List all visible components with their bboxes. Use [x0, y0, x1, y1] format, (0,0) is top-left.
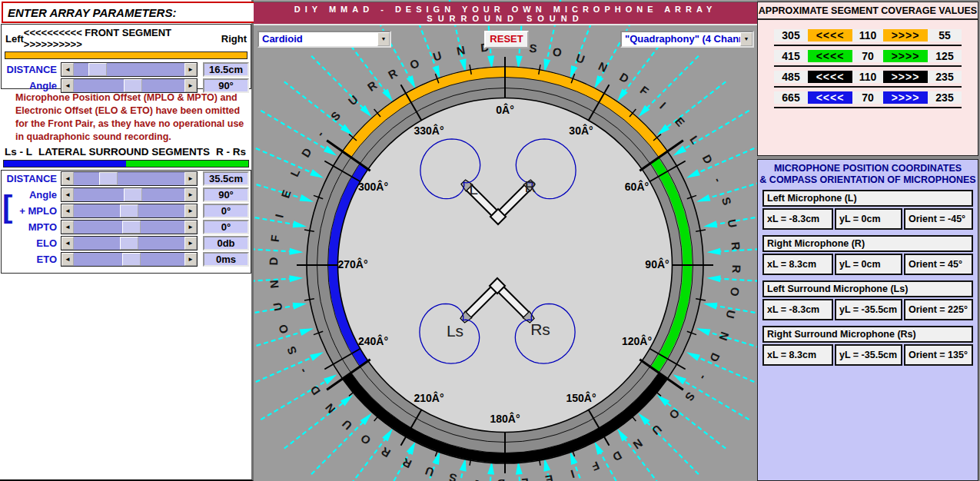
panel-title-text: ENTER ARRAY PARAMETERS: [8, 6, 176, 19]
omission-note: Microphone Position Offset (MPLO & MPTO)… [15, 91, 249, 144]
slider-left-arrow-button[interactable]: ◄ [61, 172, 74, 185]
slider-left-arrow-button[interactable]: ◄ [61, 63, 74, 76]
slider-track[interactable] [74, 221, 184, 234]
lateral-slider[interactable]: ◄► [61, 252, 198, 267]
lateral-slider-value: 0° [203, 220, 249, 234]
slider-thumb[interactable] [99, 172, 118, 185]
slider-thumb[interactable] [124, 79, 142, 92]
reset-button[interactable]: RESET [484, 31, 529, 48]
lateral-slider-value: 0ms [203, 252, 249, 267]
lateral-slider[interactable]: ◄► [61, 236, 198, 250]
left-chevrons: <<<< [808, 29, 852, 41]
note-line: in quadraphonic sound recording. [15, 131, 249, 144]
microphone-values: xL = 8.3cmyL = 0cmOrient = 45° [762, 254, 973, 275]
svg-text:120Â°: 120Â° [622, 334, 652, 347]
slider-track[interactable] [74, 204, 184, 217]
polar-pattern-select[interactable]: Cardioid ▼ [257, 31, 391, 48]
microphone-table: Right Surround Microphone (Rs)xL = 8.3cm… [762, 326, 973, 366]
slider-thumb[interactable] [120, 204, 138, 217]
slider-track[interactable] [74, 79, 184, 92]
mic-orientation: Orient = 45° [904, 254, 973, 275]
mic-label: Rs [530, 320, 550, 338]
slider-right-arrow-button[interactable]: ► [184, 204, 197, 217]
svg-text:S: S [529, 41, 538, 55]
lateral-segments-header: Ls - L LATERAL SURROUND SEGMENTS R - Rs [0, 146, 251, 158]
slider-right-arrow-button[interactable]: ► [184, 221, 197, 234]
microphone-tables: Left Microphone (L)xL = -8.3cmyL = 0cmOr… [758, 190, 978, 366]
slider-track[interactable] [74, 188, 184, 201]
banner-title: DIY MMAD - DESIGN YOUR OWN MICROPHONE AR… [254, 5, 757, 14]
front-distance-label: DISTANCE [2, 64, 61, 75]
lateral-slider[interactable]: ◄► [61, 171, 198, 186]
mic-orientation: Orient = -45° [904, 208, 973, 230]
lateral-slider[interactable]: ◄► [61, 220, 198, 234]
svg-text:N: N [267, 280, 281, 289]
slider-left-arrow-button[interactable]: ◄ [61, 204, 74, 217]
coordinates-panel: MICROPHONE POSITION COORDINATES & COMPAS… [757, 159, 978, 481]
slider-thumb[interactable] [88, 63, 107, 76]
channel-mode-value: "Quadraphony" (4 Channels [625, 33, 754, 45]
slider-thumb[interactable] [122, 253, 141, 266]
dropdown-arrow-icon[interactable]: ▼ [740, 32, 752, 46]
lateral-slider-row: ELO◄►0db [2, 235, 251, 251]
slider-track[interactable] [74, 63, 184, 76]
slider-right-arrow-button[interactable]: ► [184, 188, 197, 201]
front-distance-slider[interactable]: ◄ ► [61, 62, 198, 77]
lateral-segment-color-bar [3, 160, 249, 168]
segment-start: 415 [774, 50, 808, 62]
lateral-slider-value: 35.5cm [203, 171, 249, 186]
coordinates-title-line2: & COMPASS ORIENTATION OF MICROPHONES [758, 174, 978, 186]
segment-start: 305 [774, 29, 808, 41]
slider-left-arrow-button[interactable]: ◄ [61, 237, 74, 250]
mic-x-coordinate: xL = -8.3cm [762, 299, 833, 320]
svg-text:D: D [267, 257, 280, 265]
lateral-slider[interactable]: ◄► [61, 187, 198, 202]
slider-right-arrow-button[interactable]: ► [184, 237, 197, 250]
mic-label: R [524, 177, 536, 195]
microphone-table: Left Surround Microphone (Ls)xL = -8.3cm… [762, 280, 973, 320]
slider-left-arrow-button[interactable]: ◄ [61, 221, 74, 234]
coverage-row: 305<<<<110>>>>55 [774, 25, 962, 46]
lateral-slider-row: + MPLO◄►0° [2, 203, 251, 219]
svg-text:0Â°: 0Â° [496, 103, 514, 116]
segment-span: 110 [852, 71, 883, 83]
slider-thumb[interactable] [124, 188, 142, 201]
right-chevrons: >>>> [883, 91, 928, 104]
slider-right-arrow-button[interactable]: ► [184, 63, 197, 76]
slider-right-arrow-button[interactable]: ► [184, 172, 197, 185]
lateral-slider-value: 0° [203, 204, 249, 218]
slider-thumb[interactable] [122, 221, 141, 234]
slider-left-arrow-button[interactable]: ◄ [61, 253, 74, 266]
segment-end: 235 [928, 91, 962, 104]
svg-text:L: L [521, 476, 530, 481]
panel-title: ENTER ARRAY PARAMETERS: [2, 2, 255, 23]
segment-span: 110 [852, 29, 883, 41]
right-chevrons: >>>> [883, 71, 928, 83]
slider-left-arrow-button[interactable]: ◄ [61, 188, 74, 201]
coverage-title: APPROXIMATE SEGMENT COVERAGE VALUES [758, 2, 978, 20]
microphone-name: Right Surround Microphone (Rs) [762, 326, 973, 343]
svg-text:E: E [544, 473, 554, 481]
segment-end: 125 [928, 50, 962, 62]
slider-track[interactable] [74, 237, 184, 250]
dropdown-arrow-icon[interactable]: ▼ [377, 32, 390, 46]
slider-track[interactable] [74, 253, 184, 266]
slider-thumb[interactable] [120, 237, 138, 250]
readout-panel: APPROXIMATE SEGMENT COVERAGE VALUES 305<… [757, 0, 980, 481]
microphone-values: xL = -8.3cmyL = 0cmOrient = -45° [762, 208, 973, 230]
note-line: for the Front Pair, as they have no oper… [15, 118, 249, 131]
note-line: Microphone Position Offset (MPLO & MPTO)… [15, 91, 249, 104]
svg-text:210Â°: 210Â° [414, 391, 443, 404]
slider-right-arrow-button[interactable]: ► [184, 79, 197, 92]
mic-orientation: Orient = 225° [904, 299, 973, 320]
front-header-right: Right [221, 33, 247, 45]
microphone-values: xL = -8.3cmyL = -35.5cmOrient = 225° [762, 299, 973, 320]
front-distance-value: 16.5cm [203, 62, 249, 77]
channel-mode-select[interactable]: "Quadraphony" (4 Channels ▼ [620, 31, 754, 48]
slider-track[interactable] [74, 172, 184, 185]
lateral-slider[interactable]: ◄► [61, 204, 198, 218]
front-distance-row: DISTANCE ◄ ► 16.5cm [2, 61, 251, 78]
slider-left-arrow-button[interactable]: ◄ [61, 79, 74, 92]
segment-start: 665 [774, 91, 808, 104]
slider-right-arrow-button[interactable]: ► [184, 253, 197, 266]
